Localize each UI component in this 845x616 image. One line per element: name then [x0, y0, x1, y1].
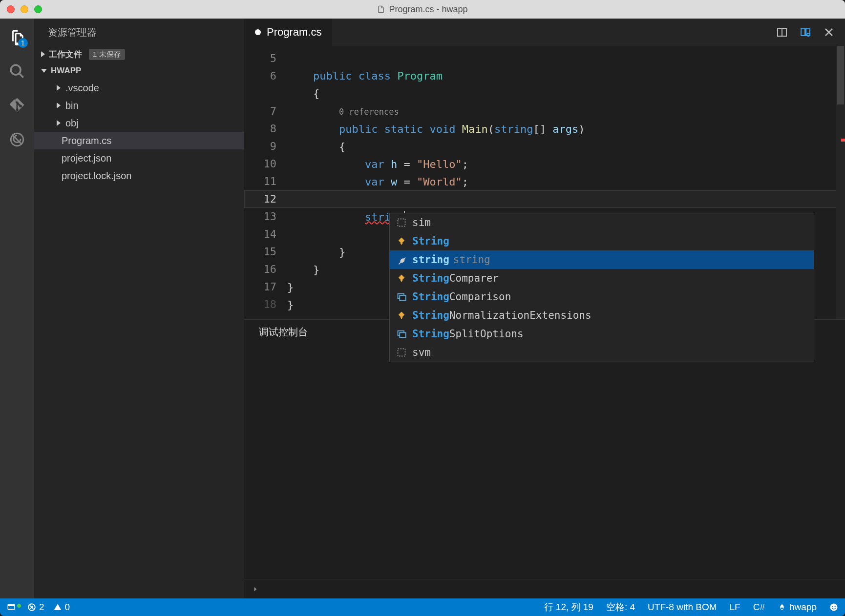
- split-layout-icon: [776, 26, 788, 38]
- sidebar-title: 资源管理器: [34, 19, 244, 46]
- snippet-icon: [397, 348, 406, 357]
- tab-actions: [776, 19, 845, 46]
- search-icon: [9, 63, 25, 80]
- enum-icon: [397, 292, 406, 302]
- working-files-header[interactable]: 工作文件 1 未保存: [34, 46, 244, 62]
- editor-area: Program.cs 5 6 7 8 9: [244, 19, 845, 598]
- file-icon: [377, 5, 385, 13]
- suggest-item[interactable]: StringComparer: [390, 269, 814, 287]
- activity-bar: 1: [0, 19, 34, 598]
- error-marker[interactable]: [841, 139, 845, 142]
- maximize-window-button[interactable]: [34, 5, 42, 13]
- debug-button[interactable]: [7, 130, 27, 149]
- compare-button[interactable]: [799, 26, 812, 39]
- unsaved-badge: 1 未保存: [89, 49, 125, 60]
- window-icon: [7, 603, 16, 612]
- svg-point-0: [11, 65, 21, 75]
- panel-output[interactable]: [244, 344, 845, 579]
- main-body: 1 资源管理器 工作文件 1 未保存 HWAPP: [0, 19, 845, 598]
- line-numbers: 5 6 7 8 9 10 11 12 13 14 15 16 17: [244, 46, 287, 319]
- status-bar: 2 0 行 12, 列 19 空格: 4 UTF-8 with BOM LF C…: [0, 598, 845, 616]
- titlebar: Program.cs - hwapp: [0, 0, 845, 19]
- suggest-item-selected[interactable]: stringstring: [390, 250, 814, 269]
- svg-line-1: [19, 73, 23, 78]
- tree-file-project-json[interactable]: project.json: [34, 149, 244, 167]
- class-icon: [397, 310, 406, 320]
- tab-bar: Program.cs: [244, 19, 845, 46]
- close-editor-button[interactable]: [823, 26, 835, 39]
- tree-folder-bin[interactable]: bin: [34, 97, 244, 114]
- status-remote-button[interactable]: [7, 603, 19, 612]
- status-ln-col[interactable]: 行 12, 列 19: [544, 601, 593, 614]
- tree-file-program[interactable]: Program.cs: [34, 132, 244, 149]
- suggest-item[interactable]: svm: [390, 343, 814, 362]
- unsaved-dot-icon: [255, 29, 261, 35]
- svg-rect-14: [400, 333, 406, 338]
- svg-rect-15: [398, 349, 405, 356]
- explorer-button[interactable]: 1: [7, 27, 27, 47]
- svg-rect-17: [8, 604, 15, 606]
- chevron-right-icon: [57, 120, 61, 126]
- suggest-item[interactable]: StringComparison: [390, 287, 814, 306]
- status-eol[interactable]: LF: [730, 602, 740, 613]
- status-project[interactable]: hwapp: [778, 602, 817, 613]
- close-icon: [823, 26, 835, 38]
- chevron-right-icon: [57, 85, 61, 91]
- sidebar: 资源管理器 工作文件 1 未保存 HWAPP .vscode bin obj P…: [34, 19, 244, 598]
- panel-input[interactable]: [244, 579, 845, 598]
- svg-rect-10: [398, 219, 405, 226]
- status-feedback[interactable]: [829, 603, 838, 612]
- enum-icon: [397, 329, 406, 339]
- tree-folder-obj[interactable]: obj: [34, 114, 244, 132]
- keyword-icon: [397, 255, 406, 265]
- scrollbar-thumb[interactable]: [837, 46, 844, 104]
- chevron-right-icon: [252, 586, 259, 593]
- svg-point-23: [835, 606, 836, 607]
- close-window-button[interactable]: [7, 5, 15, 13]
- tab-program-cs[interactable]: Program.cs: [244, 19, 332, 46]
- status-warnings[interactable]: 0: [53, 602, 70, 613]
- traffic-lights: [7, 5, 42, 13]
- status-language[interactable]: C#: [753, 602, 765, 613]
- folder-header[interactable]: HWAPP: [34, 62, 244, 79]
- svg-rect-12: [400, 296, 406, 301]
- search-button[interactable]: [7, 62, 27, 81]
- snippet-icon: [397, 218, 406, 227]
- chevron-right-icon: [41, 51, 45, 57]
- minimize-window-button[interactable]: [21, 5, 28, 13]
- git-button[interactable]: [7, 96, 27, 115]
- chevron-down-icon: [41, 69, 47, 73]
- tree-folder-vscode[interactable]: .vscode: [34, 79, 244, 97]
- split-editor-button[interactable]: [776, 26, 788, 39]
- suggest-item[interactable]: StringNormalizationExtensions: [390, 306, 814, 325]
- status-encoding[interactable]: UTF-8 with BOM: [648, 602, 717, 613]
- git-icon: [9, 97, 25, 114]
- class-icon: [397, 236, 406, 246]
- bug-icon: [9, 131, 25, 148]
- app-window: Program.cs - hwapp 1 资源管理器 工作文件: [0, 0, 845, 616]
- smiley-icon: [829, 603, 838, 612]
- svg-point-22: [832, 606, 833, 607]
- class-icon: [397, 273, 406, 283]
- suggest-item[interactable]: StringSplitOptions: [390, 325, 814, 343]
- suggest-item[interactable]: sim: [390, 213, 814, 232]
- file-tree: .vscode bin obj Program.cs project.json …: [34, 79, 244, 185]
- flame-icon: [778, 603, 786, 612]
- status-spaces[interactable]: 空格: 4: [606, 601, 635, 614]
- tree-file-project-lock[interactable]: project.lock.json: [34, 167, 244, 185]
- codelens[interactable]: 0 references: [339, 107, 399, 117]
- chevron-right-icon: [57, 103, 61, 108]
- compare-icon: [800, 26, 811, 38]
- explorer-badge: 1: [18, 38, 28, 48]
- status-errors[interactable]: 2: [27, 602, 44, 613]
- error-icon: [27, 603, 36, 612]
- window-title: Program.cs - hwapp: [0, 4, 845, 15]
- svg-point-21: [830, 604, 838, 611]
- editor-stack: 5 6 7 8 9 10 11 12 13 14 15 16 17: [244, 46, 845, 598]
- code-editor[interactable]: 5 6 7 8 9 10 11 12 13 14 15 16 17: [244, 46, 845, 319]
- intellisense-popup[interactable]: sim String stringstring StringCompa: [389, 213, 814, 362]
- svg-rect-5: [801, 29, 805, 36]
- suggest-item[interactable]: String: [390, 232, 814, 250]
- editor-scrollbar[interactable]: [836, 46, 845, 319]
- warning-icon: [53, 603, 62, 612]
